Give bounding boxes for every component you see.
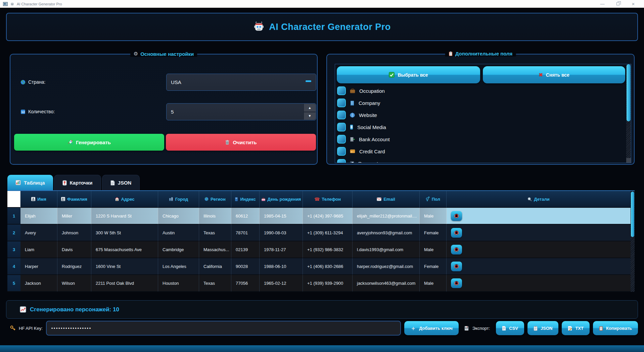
cell-gender[interactable]: Female [420,258,447,275]
spin-down-button[interactable]: ▼ [304,112,316,120]
close-button[interactable]: × [626,1,641,7]
row-number[interactable]: 4 [7,258,20,275]
col-header-email[interactable]: Email [353,191,420,208]
row-number[interactable]: 3 [7,241,20,258]
cell-phone[interactable]: +1 (939) 939-2900 [303,275,353,292]
cell-phone[interactable]: +1 (309) 611-3294 [303,225,353,241]
cell-address[interactable]: 1600 Vine St [91,258,158,275]
col-header-city[interactable]: Город [158,191,199,208]
cell-last-name[interactable]: Rodriguez [57,258,91,275]
view-details-button[interactable] [451,228,462,238]
fields-scrollbar-thumb[interactable] [627,64,631,121]
view-details-button[interactable] [451,245,462,255]
cell-address[interactable]: 675 Massachusetts Ave [91,241,158,258]
col-header-address[interactable]: Адрес [91,191,158,208]
cell-address[interactable]: 2211 Post Oak Blvd [91,275,158,292]
cell-first-name[interactable]: Harper [20,258,57,275]
tab-json[interactable]: JSON [102,175,140,190]
col-header-surname[interactable]: Фамилия [57,191,91,208]
cell-region[interactable]: Texas [199,225,231,241]
spin-up-button[interactable]: ▲ [304,104,316,112]
cell-first-name[interactable]: Avery [20,225,57,241]
cell-region[interactable]: Illinois [199,208,231,225]
cell-zip[interactable]: 90028 [231,258,260,275]
cell-zip[interactable]: 78701 [231,225,260,241]
api-key-input[interactable] [46,321,401,336]
company-checkbox[interactable] [337,99,346,107]
select-all-button[interactable]: Выбрать все [337,66,480,83]
cell-email[interactable]: l.davis1993@gmail.com [353,241,420,258]
cell-gender[interactable]: Male [420,275,447,292]
cell-city[interactable]: Cambridge [158,241,199,258]
cell-phone[interactable]: +1 (932) 986-3832 [303,241,353,258]
minimize-button[interactable]: — [595,1,610,6]
cell-gender[interactable]: Female [420,225,447,241]
credit-card-checkbox[interactable] [337,147,346,156]
cell-city[interactable]: Los Angeles [158,258,199,275]
cell-address[interactable]: 300 W 5th St [91,225,158,241]
table-scrollbar-thumb[interactable] [631,192,634,237]
tab-table[interactable]: Таблица [7,175,53,190]
cell-region[interactable]: California [199,258,231,275]
cell-first-name[interactable]: Jackson [20,275,57,292]
count-spinbox[interactable]: 5 ▲ ▼ [166,103,316,120]
view-details-button[interactable] [451,278,462,288]
cell-last-name[interactable]: Davis [57,241,91,258]
row-number[interactable]: 5 [7,275,20,292]
export-csv-button[interactable]: CSV [496,321,524,335]
passport-checkbox[interactable] [337,159,346,163]
maximize-button[interactable] [610,1,626,6]
col-header-birthday[interactable]: День рождения [260,191,303,208]
add-key-button[interactable]: ＋ Добавить ключ [404,321,459,335]
cell-zip[interactable]: 60612 [231,208,260,225]
cell-email[interactable]: jacksonwilson463@gmail.com [353,275,420,292]
cell-region[interactable]: Texas [199,275,231,292]
country-select[interactable]: USA [166,74,316,91]
cell-zip[interactable]: 77056 [231,275,260,292]
col-header-phone[interactable]: ☎Телефон [303,191,353,208]
view-details-button[interactable] [451,211,462,221]
tab-cards[interactable]: Карточки [54,175,101,190]
cell-birthday[interactable]: 1988-06-10 [260,258,303,275]
cell-phone[interactable]: +1 (424) 397-9685 [303,208,353,225]
bank-account-checkbox[interactable] [337,135,346,144]
cell-zip[interactable]: 02139 [231,241,260,258]
col-header-name[interactable]: Имя [20,191,57,208]
cell-gender[interactable]: Male [420,208,447,225]
social-media-checkbox[interactable] [337,123,346,131]
cell-last-name[interactable]: Wilson [57,275,91,292]
cell-region[interactable]: Massachus... [199,241,231,258]
cell-birthday[interactable]: 1985-04-15 [260,208,303,225]
fields-scrollbar[interactable] [626,64,631,163]
cell-gender[interactable]: Male [420,241,447,258]
cell-birthday[interactable]: 1965-02-12 [260,275,303,292]
cell-email[interactable]: harper.rodriguez@gmail.com [353,258,420,275]
view-details-button[interactable] [451,262,462,271]
generate-button[interactable]: Генерировать [14,134,164,151]
website-checkbox[interactable] [337,111,346,119]
cell-city[interactable]: Austin [158,225,199,241]
cell-city[interactable]: Houston [158,275,199,292]
col-header-gender[interactable]: ⚥Пол [420,191,447,208]
cell-birthday[interactable]: 1978-11-27 [260,241,303,258]
row-number[interactable]: 2 [7,225,20,241]
cell-email[interactable]: averyjohnson93@gmail.com [353,225,420,241]
col-header-zip[interactable]: Индекс [231,191,260,208]
table-scrollbar[interactable] [631,191,635,292]
cell-first-name[interactable]: Liam [20,241,57,258]
occupation-checkbox[interactable] [337,86,346,95]
cell-address[interactable]: 1220 S Harvard St [91,208,158,225]
cell-birthday[interactable]: 1990-08-03 [260,225,303,241]
clear-button[interactable]: Очистить [166,134,316,151]
cell-last-name[interactable]: Miller [57,208,91,225]
copy-button[interactable]: Копировать [593,321,638,335]
col-header-region[interactable]: Регион [199,191,231,208]
cell-first-name[interactable]: Elijah [20,208,57,225]
export-txt-button[interactable]: TXT [562,321,590,335]
row-number[interactable]: 1 [7,208,20,225]
cell-last-name[interactable]: Johnson [57,225,91,241]
cell-city[interactable]: Chicago [158,208,199,225]
cell-email[interactable]: elijah_miller212@protonmail.... [353,208,420,225]
col-header-details[interactable]: Детали [447,191,631,208]
deselect-all-button[interactable]: ✖ Снять все [483,66,625,83]
